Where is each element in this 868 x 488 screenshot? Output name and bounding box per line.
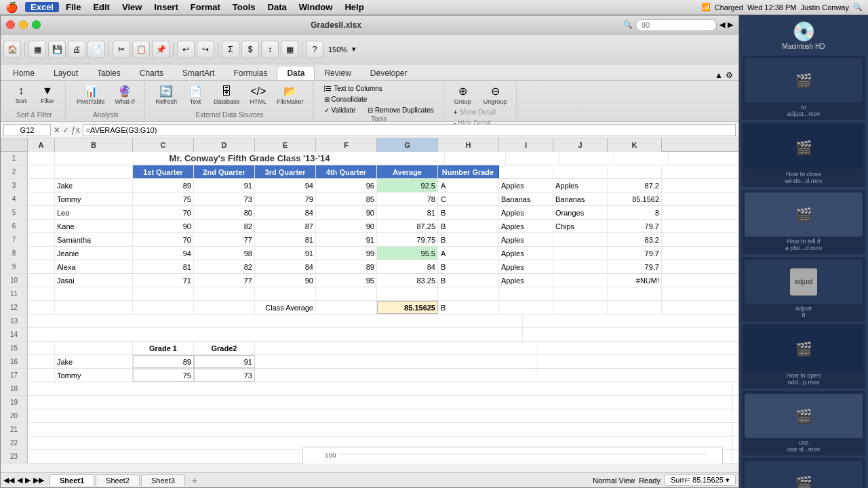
toolbar-sort[interactable]: ↕ <box>261 41 279 58</box>
cell-c17-g1[interactable]: 75 <box>133 369 194 382</box>
tab-data[interactable]: Data <box>277 66 315 80</box>
html-button[interactable]: </> HTML <box>246 84 271 106</box>
cell-j1[interactable] <box>560 152 614 165</box>
cell-d6-q2[interactable]: 82 <box>194 220 255 232</box>
cell-g6-avg[interactable]: 87.25 <box>377 220 438 232</box>
cell-h10-grade[interactable]: B <box>438 274 499 287</box>
refresh-button[interactable]: 🔄 Refresh <box>152 83 182 106</box>
cell-b11[interactable] <box>55 287 133 300</box>
cell-b6-name[interactable]: Kane <box>55 220 133 232</box>
cell-c15-grade1[interactable]: Grade 1 <box>133 342 194 354</box>
cell-b12[interactable] <box>55 301 133 314</box>
cell-h2-header[interactable]: Number Grade <box>438 165 499 178</box>
whatif-button[interactable]: 🔮 What-If <box>111 83 139 106</box>
nav-prev-sheet2[interactable]: ◀ <box>17 476 22 485</box>
toolbar-print[interactable]: 🖨 <box>68 41 85 58</box>
cell-k1[interactable] <box>614 152 669 165</box>
cell-j7[interactable] <box>553 233 608 246</box>
cell-a2[interactable] <box>28 165 55 178</box>
cell-b7-name[interactable]: Samantha <box>55 233 133 246</box>
insert-function-icon[interactable]: ƒx <box>71 125 80 135</box>
cell-g12-avg[interactable]: 85.15625 <box>377 301 438 314</box>
cell-f11[interactable] <box>316 287 377 300</box>
col-header-j[interactable]: J <box>553 138 608 152</box>
cell-row14[interactable] <box>28 328 523 341</box>
cell-j6[interactable]: Chips <box>553 220 608 232</box>
cell-d2-header[interactable]: 2nd Quarter <box>194 165 255 178</box>
cell-d16-g2[interactable]: 91 <box>194 355 255 368</box>
col-header-b[interactable]: B <box>55 138 133 152</box>
sidebar-thumb-1[interactable]: 🎬 toadjust...mov <box>742 56 865 120</box>
cell-j5[interactable]: Oranges <box>553 206 608 219</box>
sum-dropdown[interactable]: ▾ <box>726 476 730 484</box>
cell-b10-name[interactable]: Jasai <box>55 274 133 287</box>
cell-a1[interactable] <box>28 152 55 165</box>
cell-g2-header[interactable]: Average <box>377 165 438 178</box>
cell-h8-grade[interactable]: A <box>438 247 499 260</box>
cell-j3[interactable]: Apples <box>553 179 608 192</box>
cell-a6[interactable] <box>28 220 55 232</box>
cell-a5[interactable] <box>28 206 55 219</box>
cell-h11[interactable] <box>438 287 499 300</box>
database-button[interactable]: 🗄 Database <box>210 84 244 106</box>
menu-help[interactable]: Help <box>339 2 369 12</box>
cell-i1[interactable] <box>506 152 560 165</box>
col-header-d[interactable]: D <box>194 138 255 152</box>
consolidate-button[interactable]: ⊞ Consolidate <box>321 94 371 104</box>
close-button[interactable] <box>6 20 15 29</box>
menu-insert[interactable]: Insert <box>149 2 183 12</box>
formula-input[interactable] <box>83 124 736 136</box>
tab-home[interactable]: Home <box>3 66 44 80</box>
text-button[interactable]: 📄 Text <box>183 83 208 106</box>
validate-button[interactable]: ✓ Validate <box>321 105 359 115</box>
cell-h1[interactable] <box>445 152 506 165</box>
cell-k4[interactable]: 85.1562 <box>608 192 662 205</box>
cell-e4-q3[interactable]: 79 <box>255 192 316 205</box>
sidebar-thumb-4[interactable]: adjust adjust8 <box>742 257 865 321</box>
cell-k10[interactable]: #NUM! <box>608 274 662 287</box>
menu-view[interactable]: View <box>117 2 147 12</box>
nav-forward-icon[interactable]: ▶ <box>728 20 733 29</box>
cell-a4[interactable] <box>28 192 55 205</box>
cell-i9[interactable]: Apples <box>499 260 553 273</box>
menu-data[interactable]: Data <box>262 2 292 12</box>
nav-prev-sheet[interactable]: ◀◀ <box>3 476 14 485</box>
cell-c9-q1[interactable]: 81 <box>133 260 194 273</box>
tab-charts[interactable]: Charts <box>130 66 173 80</box>
cell-c11[interactable] <box>133 287 194 300</box>
cell-f8-q4[interactable]: 99 <box>316 247 377 260</box>
cell-f2-header[interactable]: 4th Quarter <box>316 165 377 178</box>
cell-c5-q1[interactable]: 70 <box>133 206 194 219</box>
cell-g10-avg[interactable]: 83.25 <box>377 274 438 287</box>
cell-row13[interactable] <box>28 314 523 327</box>
cell-c12[interactable] <box>133 301 194 314</box>
ribbon-settings-icon[interactable]: ⚙ <box>726 70 733 80</box>
maximize-button[interactable] <box>32 20 41 29</box>
tab-formulas[interactable]: Formulas <box>224 66 277 80</box>
cell-b1[interactable]: Mr. Conway's Fifth Grade Class '13-'14 <box>55 152 445 165</box>
cell-e16[interactable] <box>255 355 536 368</box>
add-sheet-button[interactable]: + <box>186 474 203 487</box>
cell-e7-q3[interactable]: 81 <box>255 233 316 246</box>
col-header-f[interactable]: F <box>316 138 377 152</box>
text-to-columns-button[interactable]: |☰ Text to Columns <box>321 83 386 94</box>
cell-i5[interactable]: Apples <box>499 206 553 219</box>
toolbar-scissors[interactable]: ✂ <box>113 41 130 58</box>
confirm-formula-icon[interactable]: ✓ <box>62 125 69 135</box>
menu-edit[interactable]: Edit <box>87 2 115 12</box>
cell-c6-q1[interactable]: 90 <box>133 220 194 232</box>
cell-i12[interactable] <box>499 301 553 314</box>
cell-k2[interactable] <box>608 165 662 178</box>
cell-f3-q4[interactable]: 96 <box>316 179 377 192</box>
cell-c3-q1[interactable]: 89 <box>133 179 194 192</box>
col-header-k[interactable]: K <box>608 138 662 152</box>
cell-d11[interactable] <box>194 287 255 300</box>
cell-g8-avg[interactable]: 95.5 <box>377 247 438 260</box>
toolbar-gallery[interactable]: ▦ <box>281 41 298 58</box>
cell-f4-q4[interactable]: 85 <box>316 192 377 205</box>
toolbar-redo[interactable]: ↪ <box>197 41 214 58</box>
cell-b3-name[interactable]: Jake <box>55 179 133 192</box>
cell-k12[interactable] <box>608 301 662 314</box>
cell-reference-input[interactable] <box>3 124 51 136</box>
remove-duplicates-button[interactable]: ⊟ Remove Duplicates <box>364 105 437 115</box>
